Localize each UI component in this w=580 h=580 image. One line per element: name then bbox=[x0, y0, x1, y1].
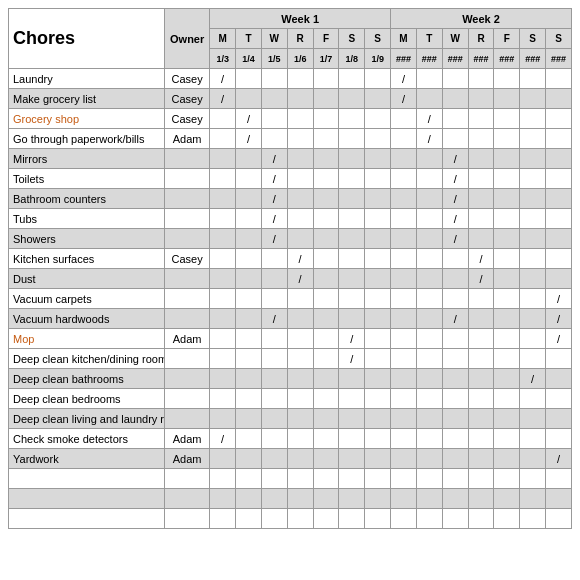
chore-day-cell bbox=[261, 329, 287, 349]
chore-day-cell bbox=[210, 389, 236, 409]
date-1-3: 1/3 bbox=[210, 49, 236, 69]
date-w2-2: ### bbox=[416, 49, 442, 69]
chore-day-cell bbox=[236, 449, 262, 469]
chore-day-cell bbox=[520, 149, 546, 169]
chore-day-cell bbox=[520, 389, 546, 409]
chore-day-cell bbox=[210, 309, 236, 329]
chore-day-cell bbox=[391, 249, 417, 269]
chore-day-cell bbox=[287, 309, 313, 329]
chore-day-cell: / bbox=[261, 229, 287, 249]
chore-day-cell bbox=[339, 489, 365, 509]
chore-day-cell bbox=[236, 509, 262, 529]
date-1-7: 1/7 bbox=[313, 49, 339, 69]
chore-day-cell: / bbox=[261, 169, 287, 189]
date-w2-3: ### bbox=[442, 49, 468, 69]
chore-day-cell bbox=[313, 469, 339, 489]
owner-header: Owner bbox=[165, 9, 210, 69]
table-row bbox=[9, 469, 572, 489]
chore-day-cell bbox=[546, 389, 572, 409]
chore-day-cell bbox=[494, 369, 520, 389]
chore-day-cell bbox=[520, 89, 546, 109]
table-row: Deep clean living and laundry rooms bbox=[9, 409, 572, 429]
day-r1: R bbox=[287, 29, 313, 49]
chore-day-cell bbox=[287, 329, 313, 349]
chore-day-cell bbox=[236, 409, 262, 429]
chore-day-cell bbox=[468, 109, 494, 129]
chore-owner-cell bbox=[165, 469, 210, 489]
chore-day-cell: / bbox=[210, 89, 236, 109]
day-r2: R bbox=[468, 29, 494, 49]
chore-day-cell bbox=[339, 249, 365, 269]
chore-day-cell bbox=[546, 349, 572, 369]
chore-day-cell bbox=[210, 109, 236, 129]
chore-day-cell bbox=[546, 209, 572, 229]
header-row-1: Chores Owner Week 1 Week 2 bbox=[9, 9, 572, 29]
chore-day-cell bbox=[287, 489, 313, 509]
chore-day-cell bbox=[494, 109, 520, 129]
chore-day-cell bbox=[210, 489, 236, 509]
day-s1a: S bbox=[339, 29, 365, 49]
chore-day-cell bbox=[313, 289, 339, 309]
chore-day-cell bbox=[468, 349, 494, 369]
chore-day-cell bbox=[365, 509, 391, 529]
chore-day-cell bbox=[520, 469, 546, 489]
chore-day-cell bbox=[442, 289, 468, 309]
chore-day-cell bbox=[416, 509, 442, 529]
chore-day-cell bbox=[365, 189, 391, 209]
chore-day-cell bbox=[210, 469, 236, 489]
chore-owner-cell bbox=[165, 409, 210, 429]
chore-day-cell bbox=[287, 169, 313, 189]
chore-day-cell bbox=[339, 449, 365, 469]
chore-day-cell bbox=[494, 429, 520, 449]
chore-day-cell bbox=[416, 269, 442, 289]
chore-day-cell bbox=[236, 289, 262, 309]
chore-day-cell bbox=[287, 129, 313, 149]
chore-day-cell bbox=[339, 509, 365, 529]
chore-day-cell bbox=[365, 89, 391, 109]
table-row bbox=[9, 509, 572, 529]
chore-day-cell bbox=[546, 129, 572, 149]
chore-day-cell bbox=[313, 349, 339, 369]
chore-day-cell bbox=[468, 429, 494, 449]
chore-day-cell bbox=[365, 229, 391, 249]
chore-owner-cell: Adam bbox=[165, 329, 210, 349]
chore-owner-cell: Casey bbox=[165, 89, 210, 109]
chore-day-cell: / bbox=[546, 329, 572, 349]
chore-day-cell bbox=[416, 469, 442, 489]
chore-day-cell bbox=[520, 409, 546, 429]
chore-day-cell bbox=[365, 69, 391, 89]
chore-day-cell bbox=[468, 189, 494, 209]
chore-day-cell bbox=[313, 149, 339, 169]
chore-day-cell bbox=[339, 429, 365, 449]
date-w2-7: ### bbox=[546, 49, 572, 69]
chore-day-cell bbox=[339, 269, 365, 289]
chore-name-cell: Kitchen surfaces bbox=[9, 249, 165, 269]
chore-day-cell bbox=[391, 309, 417, 329]
chore-day-cell bbox=[261, 469, 287, 489]
chore-day-cell bbox=[210, 289, 236, 309]
chore-owner-cell bbox=[165, 289, 210, 309]
chore-day-cell bbox=[546, 489, 572, 509]
chore-day-cell bbox=[546, 409, 572, 429]
chores-table-container: Chores Owner Week 1 Week 2 M T W R F S S… bbox=[0, 0, 580, 537]
date-w2-4: ### bbox=[468, 49, 494, 69]
day-f2: F bbox=[494, 29, 520, 49]
chore-name-cell: Mop bbox=[9, 329, 165, 349]
table-row: Vacuum hardwoods/// bbox=[9, 309, 572, 329]
chore-day-cell bbox=[236, 349, 262, 369]
day-w2: W bbox=[442, 29, 468, 49]
chore-day-cell: / bbox=[546, 449, 572, 469]
chore-day-cell bbox=[416, 409, 442, 429]
chore-day-cell bbox=[236, 189, 262, 209]
chore-day-cell bbox=[261, 429, 287, 449]
chore-day-cell bbox=[287, 469, 313, 489]
chore-day-cell: / bbox=[546, 289, 572, 309]
chore-day-cell bbox=[287, 389, 313, 409]
chore-day-cell bbox=[391, 169, 417, 189]
chore-day-cell bbox=[339, 189, 365, 209]
chore-day-cell bbox=[494, 329, 520, 349]
chore-day-cell: / bbox=[442, 229, 468, 249]
chore-day-cell: / bbox=[339, 349, 365, 369]
chore-day-cell bbox=[339, 289, 365, 309]
table-row: Deep clean bedrooms bbox=[9, 389, 572, 409]
